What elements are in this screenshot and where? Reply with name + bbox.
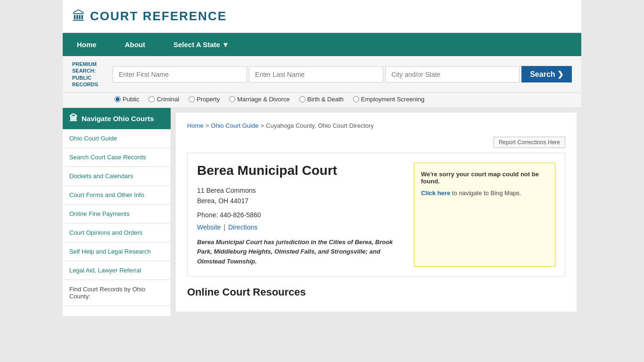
main-content: Home > Ohio Court Guide > Cuyahoga Count… — [176, 113, 577, 312]
last-name-input[interactable] — [249, 66, 383, 82]
nav-home[interactable]: Home — [63, 33, 111, 56]
court-address-line2: Berea, OH 44017 — [197, 197, 248, 205]
link-separator: | — [223, 223, 225, 231]
search-inputs: Search ❯ — [113, 66, 572, 82]
breadcrumb-current: Cuyahoga County, Ohio Court Directory — [266, 122, 374, 129]
radio-property[interactable]: Property — [189, 96, 220, 103]
report-corrections-button[interactable]: Report Corrections Here — [494, 137, 565, 148]
radio-public[interactable]: Public — [115, 96, 139, 103]
first-name-input[interactable] — [113, 66, 247, 82]
city-state-input[interactable] — [385, 66, 520, 82]
search-type-radios: Public Criminal Property Marriage & Divo… — [63, 93, 581, 108]
sidebar-header-label: Navigate Ohio Courts — [82, 115, 154, 123]
search-button[interactable]: Search ❯ — [521, 66, 572, 82]
radio-birth[interactable]: Birth & Death — [299, 96, 344, 103]
map-error-box: We're sorry your court map could not be … — [414, 163, 555, 267]
sidebar-item-search-court-records[interactable]: Search Court Case Records — [63, 148, 171, 167]
nav-select-state[interactable]: Select A State ▼ — [159, 33, 243, 56]
online-resources-title: Online Court Resources — [187, 286, 565, 298]
radio-criminal[interactable]: Criminal — [149, 96, 179, 103]
corrections-bar: Report Corrections Here — [187, 137, 565, 148]
map-error-title: We're sorry your court map could not be … — [421, 171, 548, 185]
sidebar-item-legal-aid[interactable]: Legal Aid, Lawyer Referral — [63, 261, 171, 280]
sidebar-item-dockets-calendars[interactable]: Dockets and Calendars — [63, 167, 171, 186]
breadcrumb: Home > Ohio Court Guide > Cuyahoga Count… — [187, 122, 565, 129]
premium-label: PREMIUM SEARCH: PUBLIC RECORDS — [72, 61, 110, 88]
sidebar-item-court-opinions[interactable]: Court Opinions and Orders — [63, 223, 171, 242]
court-name: Berea Municipal Court — [197, 163, 405, 179]
courthouse-icon: 🏛 — [69, 114, 78, 123]
site-header: 🏛 COURT REFERENCE — [63, 0, 581, 33]
sidebar-item-court-forms[interactable]: Court Forms and Other Info — [63, 186, 171, 205]
court-card: Berea Municipal Court 11 Berea Commons B… — [187, 153, 565, 277]
breadcrumb-ohio-court-guide[interactable]: Ohio Court Guide — [211, 122, 258, 129]
court-address: 11 Berea Commons Berea, OH 44017 — [197, 185, 405, 206]
bing-maps-link[interactable]: Click here — [421, 189, 450, 197]
court-card-inner: Berea Municipal Court 11 Berea Commons B… — [197, 163, 555, 267]
court-directions-link[interactable]: Directions — [228, 223, 257, 231]
map-error-body: Click here to navigate to Bing Maps. — [421, 189, 548, 197]
navbar: Home About Select A State ▼ — [63, 33, 581, 56]
radio-marriage[interactable]: Marriage & Divorce — [229, 96, 289, 103]
logo-text: COURT REFERENCE — [90, 9, 227, 24]
court-links: Website | Directions — [197, 223, 405, 231]
court-website-link[interactable]: Website — [197, 223, 221, 231]
nav-about[interactable]: About — [111, 33, 159, 56]
court-address-line1: 11 Berea Commons — [197, 187, 256, 194]
radio-employment[interactable]: Employment Screening — [353, 96, 424, 103]
sidebar-header: 🏛 Navigate Ohio Courts — [63, 108, 171, 129]
sidebar: 🏛 Navigate Ohio Courts Ohio Court Guide … — [63, 108, 171, 316]
court-jurisdiction: Berea Municipal Court has jurisdiction i… — [197, 238, 405, 267]
body-area: 🏛 Navigate Ohio Courts Ohio Court Guide … — [63, 108, 581, 316]
sidebar-item-ohio-court-guide[interactable]: Ohio Court Guide — [63, 129, 171, 148]
court-info: Berea Municipal Court 11 Berea Commons B… — [197, 163, 405, 267]
logo-icon: 🏛 — [72, 8, 85, 24]
sidebar-item-online-fine[interactable]: Online Fine Payments — [63, 205, 171, 223]
search-bar: PREMIUM SEARCH: PUBLIC RECORDS Search ❯ — [63, 56, 581, 93]
sidebar-county-label: Find Court Records by Ohio County: — [63, 280, 171, 306]
court-phone: Phone: 440-826-5860 — [197, 211, 405, 219]
breadcrumb-home[interactable]: Home — [187, 122, 204, 129]
map-error-suffix: to navigate to Bing Maps. — [452, 189, 521, 197]
sidebar-item-self-help[interactable]: Self Help and Legal Research — [63, 242, 171, 261]
